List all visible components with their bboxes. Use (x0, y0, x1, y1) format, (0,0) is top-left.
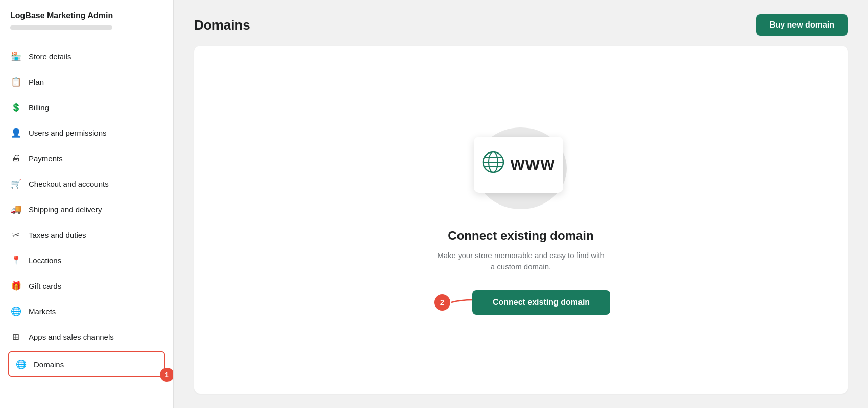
sidebar-item-taxes[interactable]: ✂ Taxes and duties (0, 222, 173, 247)
billing-icon: 💲 (10, 101, 21, 113)
sidebar-item-label-shipping: Shipping and delivery (29, 205, 102, 214)
connect-action-area: 2 Connect existing domain (393, 287, 648, 318)
sidebar-item-plan[interactable]: 📋 Plan (0, 69, 173, 94)
taxes-icon: ✂ (10, 229, 21, 240)
sidebar-item-label-billing: Billing (29, 103, 49, 112)
sidebar-item-markets[interactable]: 🌐 Markets (0, 298, 173, 324)
markets-icon: 🌐 (10, 305, 21, 317)
page-title: Domains (194, 17, 250, 33)
sidebar-item-checkout[interactable]: 🛒 Checkout and accounts (0, 171, 173, 196)
sidebar-item-gift-cards[interactable]: 🎁 Gift cards (0, 273, 173, 298)
www-card: WWW (474, 137, 563, 193)
sidebar-item-apps[interactable]: ⊞ Apps and sales channels (0, 324, 173, 349)
sidebar-item-label-gift-cards: Gift cards (29, 282, 61, 290)
domains-card: WWW Connect existing domain Make your st… (194, 46, 848, 394)
www-illustration: WWW (465, 122, 577, 214)
sidebar-item-label-locations: Locations (29, 256, 61, 265)
store-name: LogBase Marketing Admin (10, 11, 163, 20)
sidebar-item-label-checkout: Checkout and accounts (29, 180, 109, 188)
payments-icon: 🖨 (10, 152, 21, 164)
sidebar-item-payments[interactable]: 🖨 Payments (0, 145, 173, 171)
sidebar-item-label-apps: Apps and sales channels (29, 333, 114, 341)
sidebar-item-label-store-details: Store details (29, 52, 71, 61)
globe-icon (482, 151, 504, 178)
gift-cards-icon: 🎁 (10, 280, 21, 291)
plan-icon: 📋 (10, 76, 21, 87)
sidebar-item-locations[interactable]: 📍 Locations (0, 247, 173, 273)
buy-new-domain-button[interactable]: Buy new domain (756, 14, 848, 36)
sidebar-item-label-taxes: Taxes and duties (29, 231, 86, 239)
sidebar-header: LogBase Marketing Admin (0, 0, 173, 39)
sidebar-item-domains[interactable]: 🌐 Domains (8, 351, 165, 377)
domains-icon: 🌐 (15, 359, 27, 370)
connect-existing-domain-title: Connect existing domain (448, 228, 593, 243)
sidebar-item-users-permissions[interactable]: 👤 Users and permissions (0, 120, 173, 145)
sidebar-item-label-users: Users and permissions (29, 129, 107, 137)
sidebar-item-billing[interactable]: 💲 Billing (0, 94, 173, 120)
annotation-badge-2: 2 (434, 294, 450, 311)
sidebar-search-bar (10, 26, 112, 30)
sidebar-item-label-payments: Payments (29, 154, 63, 163)
annotation-badge-1: 1 (160, 368, 174, 382)
connect-desc-text: Make your store memorable and easy to fi… (434, 250, 608, 273)
connect-existing-domain-button[interactable]: Connect existing domain (472, 290, 610, 315)
users-icon: 👤 (10, 127, 21, 138)
sidebar-item-label-plan: Plan (29, 78, 44, 86)
shipping-icon: 🚚 (10, 203, 21, 215)
main-header: Domains Buy new domain (194, 14, 848, 36)
sidebar-item-label-markets: Markets (29, 307, 56, 316)
sidebar: LogBase Marketing Admin 🏪 Store details … (0, 0, 174, 408)
sidebar-item-shipping[interactable]: 🚚 Shipping and delivery (0, 196, 173, 222)
www-label: WWW (511, 156, 556, 173)
sidebar-divider-top (0, 41, 173, 41)
checkout-icon: 🛒 (10, 178, 21, 189)
sidebar-item-store-details[interactable]: 🏪 Store details (0, 43, 173, 69)
locations-icon: 📍 (10, 254, 21, 266)
main-content: Domains Buy new domain WWW Connect (174, 0, 868, 408)
store-details-icon: 🏪 (10, 50, 21, 62)
apps-icon: ⊞ (10, 331, 21, 342)
sidebar-item-label-domains: Domains (34, 360, 64, 369)
